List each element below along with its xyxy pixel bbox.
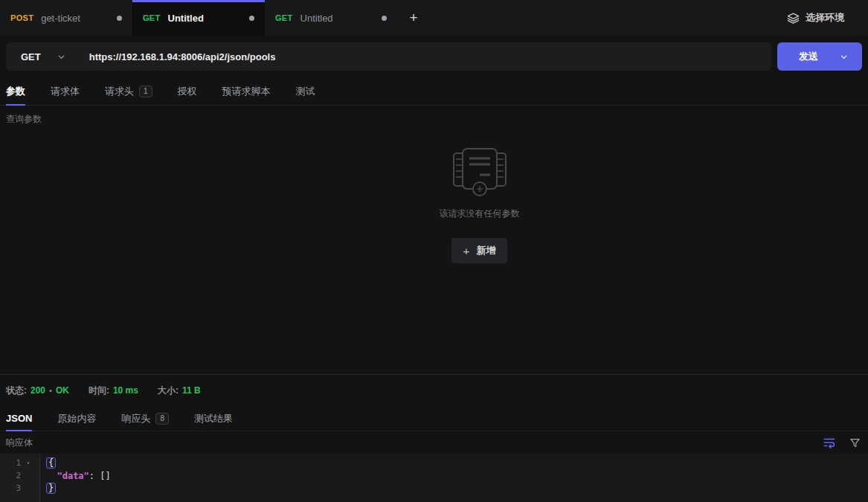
plus-icon: + [409,10,417,26]
tab-title: get-ticket [41,13,80,24]
response-body-actions [823,436,861,449]
request-url-value: https://192.168.1.94:8006/api2/json/pool… [89,51,276,62]
response-body-label: 响应体 [6,437,33,449]
status-separator-dot: • [49,386,52,395]
new-tab-button[interactable]: + [397,0,430,36]
empty-params-illustration [447,147,512,197]
response-json-viewer[interactable]: 1 ▾ 2 3 { "data": [] } [0,454,868,502]
tab-headers[interactable]: 请求头 1 [105,77,152,105]
tab-tests[interactable]: 测试 [296,77,315,105]
request-tab-get-ticket[interactable]: POST get-ticket [0,0,132,36]
headers-count-badge: 1 [139,86,152,97]
code-line: } [46,482,868,495]
indent [46,471,57,481]
response-status-bar: 状态: 200 • OK 时间: 10 ms 大小: 11 B [0,375,868,406]
line-number: 1 [0,458,21,468]
json-key-token: "data" [57,471,89,481]
tab-title: Untitled [300,13,333,24]
empty-params-text: 该请求没有任何参数 [440,207,520,220]
method-label-get: GET [275,13,293,22]
method-label-get: GET [143,13,161,22]
response-headers-count-badge: 8 [155,413,169,425]
request-tab-untitled-active[interactable]: GET Untitled [132,0,265,36]
status-code: 200 [30,385,45,396]
status-label: 状态: [6,384,27,397]
tab-label: 响应头 [121,412,150,425]
filter-funnel-icon[interactable] [849,437,861,448]
tab-pre-request-script[interactable]: 预请求脚本 [222,77,271,105]
tab-raw[interactable]: 原始内容 [57,406,96,431]
selected-method: GET [21,51,41,62]
tab-label: 原始内容 [57,412,96,425]
unsaved-dot [249,16,254,21]
empty-state: 该请求没有任何参数 + 新增 [440,126,520,263]
send-button[interactable]: 发送 [777,42,862,71]
size-label: 大小: [158,384,179,397]
tab-label: 测试 [296,85,315,98]
chevron-down-icon [57,53,65,61]
tab-label: 请求体 [51,85,80,98]
send-options-caret[interactable] [840,53,862,61]
open-brace-token: { [46,457,56,469]
layers-icon [787,12,800,25]
size-value: 11 B [182,385,201,396]
response-subtabs: JSON 原始内容 响应头 8 测试结果 [0,406,868,431]
tab-label: 请求头 [105,85,134,98]
gutter-row: 1 ▾ [0,457,39,469]
method-label-post: POST [10,13,33,22]
status-text: OK [56,385,69,396]
request-tab-bar: POST get-ticket GET Untitled GET Untitle… [0,0,868,36]
tab-json[interactable]: JSON [6,406,32,431]
environment-selector[interactable]: 选择环境 [787,0,868,36]
status-group: 状态: 200 • OK [6,384,69,397]
request-tab-untitled[interactable]: GET Untitled [265,0,397,36]
send-button-label: 发送 [777,50,840,63]
code-lines: { "data": [] } [40,454,868,502]
tab-label: 预请求脚本 [222,85,271,98]
request-subtabs: 参数 请求体 请求头 1 授权 预请求脚本 测试 [0,77,868,106]
code-line: { [46,457,868,469]
size-group: 大小: 11 B [158,384,201,397]
code-line: "data": [] [46,469,868,482]
plus-icon: + [463,245,470,257]
query-params-label: 查询参数 [0,106,868,126]
tab-auth[interactable]: 授权 [178,77,197,105]
gutter-row: 2 [0,469,39,482]
json-value-token: : [] [89,471,111,481]
tab-label: 参数 [6,85,25,98]
gutter-row: 3 [0,482,39,495]
api-client-window: POST get-ticket GET Untitled GET Untitle… [0,0,868,502]
tab-label: 授权 [178,85,197,98]
tab-body[interactable]: 请求体 [51,77,80,105]
tab-test-results[interactable]: 测试结果 [194,406,233,431]
tabbar-spacer [430,0,787,36]
close-brace-token: } [46,483,56,494]
editor-gutter: 1 ▾ 2 3 [0,454,40,502]
word-wrap-icon[interactable] [823,436,836,449]
params-pane: 该请求没有任何参数 + 新增 [0,126,868,374]
time-value: 10 ms [113,385,138,396]
fold-caret-icon[interactable]: ▾ [21,460,36,466]
tab-params[interactable]: 参数 [6,77,25,105]
tab-label: JSON [6,413,32,424]
tab-label: 测试结果 [194,412,233,425]
unsaved-dot [117,16,122,21]
tab-response-headers[interactable]: 响应头 8 [121,406,169,431]
add-param-button[interactable]: + 新增 [451,238,508,263]
add-param-label: 新增 [476,244,495,257]
environment-label: 选择环境 [806,11,844,25]
response-body-row: 响应体 [0,431,868,454]
time-group: 时间: 10 ms [89,384,138,397]
request-url-input[interactable]: GET https://192.168.1.94:8006/api2/json/… [6,42,771,71]
url-row: GET https://192.168.1.94:8006/api2/json/… [0,36,868,77]
method-dropdown[interactable]: GET [6,42,79,71]
time-label: 时间: [89,384,109,397]
unsaved-dot [382,16,387,21]
line-number: 3 [0,483,21,493]
line-number: 2 [0,471,21,480]
tab-title: Untitled [168,13,204,24]
